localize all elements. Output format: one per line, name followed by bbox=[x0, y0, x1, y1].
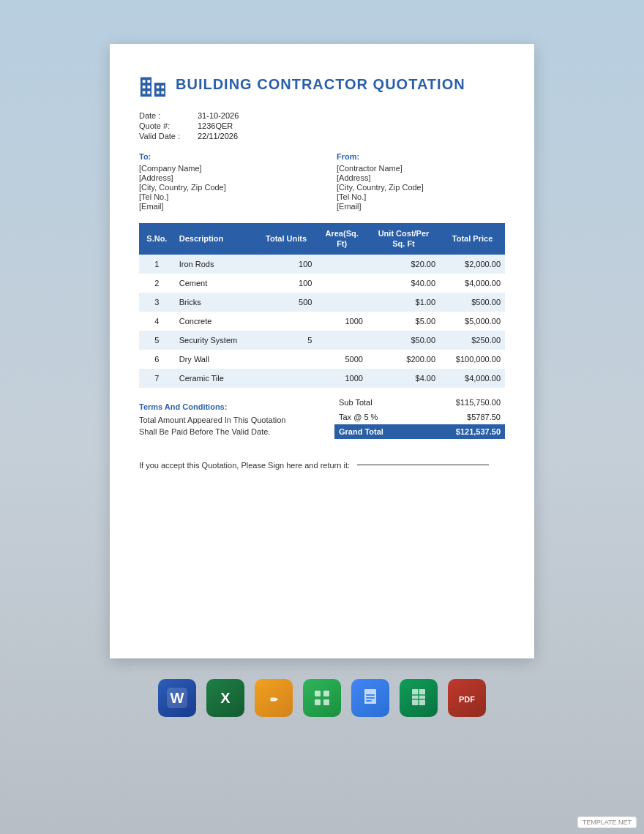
cell-units bbox=[256, 312, 317, 331]
cell-area: 5000 bbox=[316, 350, 367, 369]
cell-desc: Ceramic Tile bbox=[175, 369, 256, 388]
svg-rect-3 bbox=[147, 80, 150, 83]
valid-value: 22/11/2026 bbox=[198, 132, 238, 140]
cell-units bbox=[256, 350, 317, 369]
svg-rect-7 bbox=[147, 91, 150, 94]
pages-icon[interactable]: ✏ bbox=[255, 679, 293, 717]
app-icons-bar: W X ✏ bbox=[158, 679, 486, 717]
svg-text:X: X bbox=[220, 690, 231, 706]
svg-rect-10 bbox=[157, 91, 160, 94]
cell-total: $100,000.00 bbox=[440, 350, 505, 369]
cell-area bbox=[316, 331, 367, 350]
from-label: From: bbox=[337, 152, 505, 161]
signature-section: If you accept this Quotation, Please Sig… bbox=[139, 461, 505, 470]
table-row: 3 Bricks 500 $1.00 $500.00 bbox=[139, 293, 505, 312]
from-line-3: [City, Country, Zip Code] bbox=[337, 183, 505, 192]
subtotal-row: Sub Total $115,750.00 bbox=[334, 395, 505, 410]
cell-unitcost: $200.00 bbox=[367, 350, 440, 369]
numbers-icon[interactable] bbox=[303, 679, 341, 717]
svg-rect-5 bbox=[147, 86, 150, 89]
word-icon[interactable]: W bbox=[158, 679, 196, 717]
pdf-icon[interactable]: PDF bbox=[448, 679, 486, 717]
cell-desc: Security System bbox=[175, 331, 256, 350]
to-line-5: [Email] bbox=[139, 202, 307, 211]
svg-text:✏: ✏ bbox=[270, 694, 279, 705]
cell-unitcost: $5.00 bbox=[367, 312, 440, 331]
svg-rect-19 bbox=[323, 699, 329, 705]
to-address: To: [Company Name] [Address] [City, Coun… bbox=[139, 152, 307, 211]
watermark: TEMPLATE.NET bbox=[577, 816, 637, 828]
table-row: 2 Cement 100 $40.00 $4,000.00 bbox=[139, 274, 505, 293]
terms-title: Terms And Conditions: bbox=[139, 402, 334, 411]
totals-terms-section: Terms And Conditions: Total Amount Appea… bbox=[139, 395, 505, 439]
document-header: BUILDING CONTRACTOR QUOTATION bbox=[139, 70, 505, 98]
signature-line bbox=[357, 465, 489, 465]
cell-total: $4,000.00 bbox=[440, 369, 505, 388]
svg-rect-17 bbox=[323, 691, 329, 696]
svg-text:W: W bbox=[171, 690, 184, 706]
meta-valid-row: Valid Date : 22/11/2026 bbox=[139, 132, 505, 140]
grand-total-label: Grand Total bbox=[339, 427, 383, 436]
cell-unitcost: $1.00 bbox=[367, 293, 440, 312]
to-line-2: [Address] bbox=[139, 173, 307, 182]
col-area: Area(Sq.Ft) bbox=[316, 223, 367, 255]
excel-icon[interactable]: X bbox=[206, 679, 244, 717]
cell-unitcost: $20.00 bbox=[367, 255, 440, 274]
cell-desc: Bricks bbox=[175, 293, 256, 312]
cell-sno: 4 bbox=[139, 312, 175, 331]
subtotal-value: $115,750.00 bbox=[456, 398, 501, 407]
svg-rect-9 bbox=[161, 86, 164, 89]
svg-rect-11 bbox=[161, 91, 164, 94]
cell-total: $500.00 bbox=[440, 293, 505, 312]
date-value: 31-10-2026 bbox=[198, 111, 239, 120]
cell-units: 5 bbox=[256, 331, 317, 350]
cell-area: 1000 bbox=[316, 369, 367, 388]
cell-desc: Concrete bbox=[175, 312, 256, 331]
svg-rect-21 bbox=[366, 694, 375, 696]
cell-desc: Iron Rods bbox=[175, 255, 256, 274]
grand-total-row: Grand Total $121,537.50 bbox=[334, 424, 505, 439]
cell-sno: 1 bbox=[139, 255, 175, 274]
cell-units: 100 bbox=[256, 255, 317, 274]
table-row: 5 Security System 5 $50.00 $250.00 bbox=[139, 331, 505, 350]
cell-unitcost: $40.00 bbox=[367, 274, 440, 293]
tax-value: $5787.50 bbox=[467, 413, 501, 421]
valid-label: Valid Date : bbox=[139, 132, 198, 140]
col-units: Total Units bbox=[256, 223, 317, 255]
table-header-row: S.No. Description Total Units Area(Sq.Ft… bbox=[139, 223, 505, 255]
signature-text: If you accept this Quotation, Please Sig… bbox=[139, 461, 350, 470]
from-line-2: [Address] bbox=[337, 173, 505, 182]
cell-area bbox=[316, 274, 367, 293]
table-row: 6 Dry Wall 5000 $200.00 $100,000.00 bbox=[139, 350, 505, 369]
cell-sno: 5 bbox=[139, 331, 175, 350]
cell-total: $250.00 bbox=[440, 331, 505, 350]
document: BUILDING CONTRACTOR QUOTATION Date : 31-… bbox=[110, 44, 534, 658]
svg-text:PDF: PDF bbox=[459, 695, 475, 704]
tax-label: Tax @ 5 % bbox=[339, 413, 378, 421]
meta-date-row: Date : 31-10-2026 bbox=[139, 111, 505, 120]
col-unitcost: Unit Cost/PerSq. Ft bbox=[367, 223, 440, 255]
table-row: 4 Concrete 1000 $5.00 $5,000.00 bbox=[139, 312, 505, 331]
cell-sno: 7 bbox=[139, 369, 175, 388]
svg-rect-1 bbox=[154, 83, 165, 97]
gsheets-icon[interactable] bbox=[400, 679, 438, 717]
from-line-4: [Tel No.] bbox=[337, 192, 505, 201]
col-sno: S.No. bbox=[139, 223, 175, 255]
address-section: To: [Company Name] [Address] [City, Coun… bbox=[139, 152, 505, 211]
to-line-3: [City, Country, Zip Code] bbox=[139, 183, 307, 192]
svg-rect-6 bbox=[143, 91, 146, 94]
svg-rect-8 bbox=[157, 86, 160, 89]
table-row: 7 Ceramic Tile 1000 $4.00 $4,000.00 bbox=[139, 369, 505, 388]
from-address: From: [Contractor Name] [Address] [City,… bbox=[337, 152, 505, 211]
svg-rect-16 bbox=[315, 691, 321, 696]
from-line-1: [Contractor Name] bbox=[337, 164, 505, 173]
page-background: BUILDING CONTRACTOR QUOTATION Date : 31-… bbox=[0, 0, 644, 834]
cell-unitcost: $50.00 bbox=[367, 331, 440, 350]
to-line-4: [Tel No.] bbox=[139, 192, 307, 201]
cell-unitcost: $4.00 bbox=[367, 369, 440, 388]
table-row: 1 Iron Rods 100 $20.00 $2,000.00 bbox=[139, 255, 505, 274]
cell-units: 100 bbox=[256, 274, 317, 293]
cell-sno: 3 bbox=[139, 293, 175, 312]
cell-desc: Cement bbox=[175, 274, 256, 293]
gdocs-icon[interactable] bbox=[351, 679, 389, 717]
